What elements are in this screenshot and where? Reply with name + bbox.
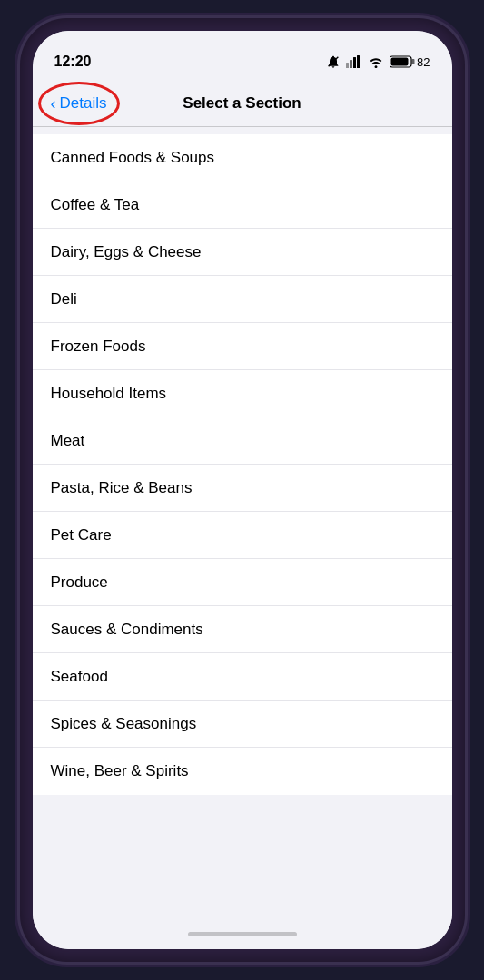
phone-screen: 12:20 (33, 31, 452, 949)
list-item-label: Wine, Beer & Spirits (51, 762, 189, 780)
battery-level: 82 (417, 55, 430, 69)
list-item-label: Household Items (51, 385, 167, 403)
wifi-icon (368, 55, 384, 68)
list-item[interactable]: Dairy, Eggs & Cheese (33, 229, 452, 276)
list-item[interactable]: Seafood (33, 653, 452, 701)
phone-frame: 12:20 (20, 18, 465, 962)
list-item[interactable]: Frozen Foods (33, 323, 452, 370)
list-item-label: Deli (51, 290, 77, 309)
list-item-label: Meat (51, 432, 85, 450)
battery-icon: 82 (390, 55, 430, 69)
list-item-label: Canned Foods & Soups (51, 149, 215, 167)
list-item[interactable]: Coffee & Tea (33, 181, 452, 229)
list-item[interactable]: Produce (33, 559, 452, 606)
list-item[interactable]: Household Items (33, 370, 452, 417)
signal-icon (346, 55, 362, 68)
list-item[interactable]: Pet Care (33, 512, 452, 559)
list-item[interactable]: Wine, Beer & Spirits (33, 748, 452, 795)
sections-list: Canned Foods & SoupsCoffee & TeaDairy, E… (33, 134, 452, 795)
svg-rect-7 (391, 58, 409, 66)
home-indicator (33, 918, 452, 949)
list-item-label: Pet Care (51, 526, 112, 544)
notification-icon (326, 54, 341, 69)
list-item[interactable]: Canned Foods & Soups (33, 134, 452, 181)
nav-bar: ‹ Details Select a Section (33, 80, 452, 127)
list-item-label: Sauces & Condiments (51, 621, 203, 639)
home-bar (188, 932, 297, 936)
list-item-label: Spices & Seasonings (51, 715, 197, 733)
status-time: 12:20 (54, 54, 92, 70)
list-item[interactable]: Pasta, Rice & Beans (33, 465, 452, 512)
list-item[interactable]: Sauces & Condiments (33, 606, 452, 653)
content-area: Canned Foods & SoupsCoffee & TeaDairy, E… (33, 127, 452, 918)
list-item[interactable]: Meat (33, 417, 452, 465)
list-item-label: Coffee & Tea (51, 196, 140, 214)
svg-rect-1 (346, 63, 349, 68)
nav-title: Select a Section (183, 94, 301, 113)
svg-rect-6 (412, 59, 415, 64)
list-item-label: Pasta, Rice & Beans (51, 479, 193, 497)
list-item[interactable]: Spices & Seasonings (33, 701, 452, 748)
list-item-label: Produce (51, 573, 108, 592)
back-button-highlight (38, 82, 120, 125)
list-item-label: Seafood (51, 668, 108, 686)
list-item[interactable]: Deli (33, 276, 452, 323)
list-item-label: Dairy, Eggs & Cheese (51, 243, 202, 261)
svg-rect-2 (350, 60, 352, 68)
status-bar: 12:20 (33, 31, 452, 80)
list-item-label: Frozen Foods (51, 338, 146, 356)
status-icons: 82 (326, 54, 430, 69)
back-button-container: ‹ Details (47, 87, 111, 120)
svg-rect-3 (353, 57, 356, 68)
svg-rect-4 (357, 55, 360, 68)
